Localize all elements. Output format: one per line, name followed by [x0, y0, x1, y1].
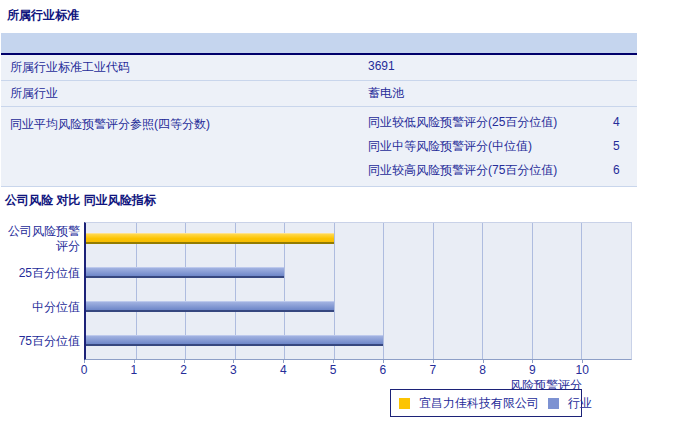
bar-p25 [86, 267, 284, 278]
x-tick-label: 1 [130, 363, 137, 377]
legend-label-industry: 行业 [568, 395, 592, 412]
y-axis-category-labels: 公司风险预警评分25百分位值中分位值75百分位值 [0, 222, 80, 360]
chart-legend: 宜昌力佳科技有限公司 行业 [390, 389, 582, 417]
gridline [532, 223, 533, 359]
legend-label-company: 宜昌力佳科技有限公司 [419, 395, 539, 412]
section-title-industry-standard: 所属行业标准 [7, 7, 79, 24]
x-tick-label: 4 [280, 363, 287, 377]
x-axis-ticks: 012345678910 [84, 363, 632, 377]
subrow-label: 同业较低风险预警评分(25百分位值) [365, 114, 611, 131]
x-tick-label: 8 [479, 363, 486, 377]
legend-swatch-industry [548, 398, 559, 409]
x-tick-label: 7 [429, 363, 436, 377]
x-tick-label: 6 [380, 363, 387, 377]
category-label-company-score: 公司风险预警评分 [0, 222, 80, 256]
subrow-label: 同业较高风险预警评分(75百分位值) [365, 162, 611, 179]
row-label: 所属行业 [1, 81, 365, 106]
x-tick-label: 2 [180, 363, 187, 377]
legend-swatch-company [399, 398, 410, 409]
bar-company-score [86, 233, 334, 244]
subrow-low-risk: 同业较低风险预警评分(25百分位值) 4 [365, 110, 637, 134]
gridline [581, 223, 582, 359]
row-value: 3691 [365, 55, 637, 80]
bar-p75 [86, 335, 383, 346]
x-tick-label: 0 [81, 363, 88, 377]
industry-standard-table: 所属行业标准工业代码 3691 所属行业 蓄电池 同业平均风险预警评分参照(四等… [1, 33, 637, 187]
subrow-value: 4 [611, 115, 620, 129]
gridline [482, 223, 483, 359]
subrow-medium-risk: 同业中等风险预警评分(中位值) 5 [365, 134, 637, 158]
subrow-value: 6 [611, 163, 620, 177]
table-row-industry: 所属行业 蓄电池 [1, 81, 637, 107]
subrow-value: 5 [611, 139, 620, 153]
category-label-median: 中分位值 [0, 290, 80, 324]
category-label-p75: 75百分位值 [0, 324, 80, 358]
bar-median [86, 301, 334, 312]
x-tick-label: 9 [529, 363, 536, 377]
peer-score-subrows: 同业较低风险预警评分(25百分位值) 4 同业中等风险预警评分(中位值) 5 同… [365, 107, 637, 186]
x-tick-label: 10 [575, 363, 588, 377]
x-tick-label: 5 [330, 363, 337, 377]
category-label-p25: 25百分位值 [0, 256, 80, 290]
row-label: 所属行业标准工业代码 [1, 55, 365, 80]
x-tick-label: 3 [230, 363, 237, 377]
section-title-risk-comparison: 公司风险 对比 同业风险指标 [5, 192, 156, 209]
gridline [433, 223, 434, 359]
subrow-label: 同业中等风险预警评分(中位值) [365, 138, 611, 155]
table-row-peer-reference: 同业平均风险预警评分参照(四等分数) 同业较低风险预警评分(25百分位值) 4 … [1, 107, 637, 187]
subrow-high-risk: 同业较高风险预警评分(75百分位值) 6 [365, 158, 637, 182]
gridline [383, 223, 384, 359]
plot-area [84, 222, 632, 360]
table-row-industry-code: 所属行业标准工业代码 3691 [1, 55, 637, 81]
table-header-band [1, 33, 637, 55]
row-label: 同业平均风险预警评分参照(四等分数) [1, 107, 365, 186]
row-value: 蓄电池 [365, 81, 637, 106]
